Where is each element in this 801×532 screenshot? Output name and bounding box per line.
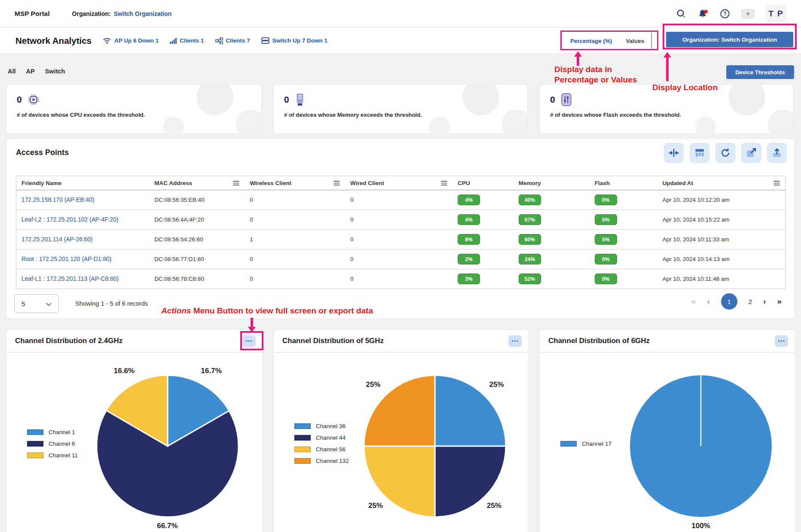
refresh-button[interactable]: [715, 143, 735, 163]
column-label: Wired Client: [350, 180, 384, 186]
device-thresholds-button[interactable]: Device Thresholds: [726, 65, 794, 79]
toggle-values-option[interactable]: Values: [619, 33, 652, 49]
pie-percent-label: 16.6%: [114, 367, 135, 375]
search-icon[interactable]: [676, 9, 686, 19]
page-1-current[interactable]: 1: [721, 293, 737, 310]
threshold-description: # of devices whose Memory exceeds the th…: [284, 112, 517, 118]
column-header-cpu[interactable]: CPU: [452, 176, 514, 190]
column-label: Updated At: [663, 180, 694, 186]
annotation-arrow-actions: [248, 318, 256, 332]
cell-memory: 67%: [514, 210, 590, 230]
first-page-icon[interactable]: «: [691, 297, 696, 306]
help-icon[interactable]: ?: [720, 9, 730, 19]
cell-wireless: 0: [245, 269, 345, 289]
cell-cpu: 8%: [452, 230, 514, 249]
cell-flash: 5%: [590, 230, 657, 249]
column-header-friendly-name[interactable]: Friendly Name: [16, 176, 150, 190]
columns-button[interactable]: [690, 143, 709, 163]
ellipsis-icon: [246, 340, 252, 342]
filter-lines-icon[interactable]: [233, 181, 239, 185]
memory-usage-badge: 40%: [519, 195, 541, 205]
cell-mac: DC:08:56:54:26:60: [149, 230, 245, 249]
cell-wireless: 0: [245, 210, 345, 230]
stat-ap-up-6-down-1: AP Up 6 Down 1: [103, 37, 159, 44]
chevron-down-icon: [46, 300, 52, 307]
annotation-actions-note: Actions Menu Button to view full screen …: [161, 306, 373, 316]
cell-memory: 40%: [514, 190, 590, 210]
actions-menu-button[interactable]: [775, 335, 788, 347]
cell-memory: 24%: [514, 249, 590, 269]
clients-topology-icon: [215, 37, 223, 44]
actions-menu-button[interactable]: [242, 335, 256, 347]
chart-card-3: Channel Distribution of 6GHzChannel 1710…: [539, 329, 795, 532]
display-mode-toggle: Percentage (%) Values: [563, 33, 652, 49]
page-2[interactable]: 2: [749, 298, 752, 305]
last-page-icon[interactable]: »: [777, 297, 782, 306]
device-name-link[interactable]: Root : 172.25.201.120 (AP-D1:80): [21, 256, 111, 262]
channel-distribution-charts: Channel Distribution of 2.4GHzChannel 1C…: [6, 329, 795, 532]
flash-usage-badge: 5%: [595, 234, 617, 245]
cpu-usage-badge: 4%: [458, 195, 480, 205]
flash-usage-badge: 0%: [595, 195, 617, 205]
organization-link[interactable]: Switch Organization: [114, 10, 172, 17]
tab-switch[interactable]: Switch: [45, 68, 65, 75]
cell-cpu: 4%: [452, 210, 514, 230]
column-header-flash[interactable]: Flash: [590, 176, 657, 190]
notification-bell-icon[interactable]: [697, 9, 709, 19]
cpu-icon: [27, 93, 40, 106]
pie-chart: Channel 17100%: [540, 353, 795, 532]
column-header-wireless-client[interactable]: Wireless Client: [245, 176, 345, 190]
cell-updated: Apr 10, 2024 10:11:46 am: [657, 269, 786, 289]
device-name-link[interactable]: Leaf-L1 : 172.25.201.113 (AP-C8:80): [21, 276, 119, 282]
filter-lines-icon[interactable]: [773, 181, 780, 185]
tab-ap[interactable]: AP: [26, 68, 35, 75]
page-size-select[interactable]: 5: [14, 294, 59, 313]
cell-name: 172.25.201.114 (AP-26:60): [16, 230, 150, 249]
chart-title: Channel Distribution of 6GHz: [548, 337, 650, 345]
stat-label: Clients 7: [226, 37, 250, 44]
next-page-icon[interactable]: ›: [763, 297, 766, 306]
cell-flash: 0%: [590, 249, 657, 269]
device-name-link[interactable]: 172.25.201.114 (AP-26:60): [21, 236, 92, 243]
organization-selector-button[interactable]: Organization: Switch Organization: [666, 32, 793, 47]
annotation-location-note: Display Location: [652, 82, 718, 93]
refresh-icon: [720, 147, 731, 158]
column-header-wired-client[interactable]: Wired Client: [345, 176, 452, 190]
stat-clients-1: Clients 1: [170, 37, 204, 44]
topbar-icons: ? T P: [676, 5, 786, 23]
avatar[interactable]: T P: [766, 5, 786, 23]
tab-all[interactable]: All: [8, 68, 16, 75]
column-header-updated-at[interactable]: Updated At: [657, 176, 786, 190]
memory-usage-badge: 60%: [519, 234, 541, 245]
expand-button[interactable]: [741, 143, 761, 163]
pie-percent-label: 25%: [489, 380, 504, 389]
pie-percent-label: 16.7%: [201, 367, 222, 375]
prev-page-icon[interactable]: ‹: [707, 297, 709, 306]
cell-wireless: 0: [245, 190, 345, 210]
column-header-memory[interactable]: Memory: [514, 176, 590, 190]
filter-lines-icon[interactable]: [333, 181, 340, 185]
filter-lines-icon[interactable]: [441, 181, 447, 185]
columns-icon: [694, 147, 705, 158]
app-brand: MSP Portal: [15, 10, 50, 18]
device-name-link[interactable]: 172.25.158.170 (AP-EB:40): [21, 197, 95, 203]
device-name-link[interactable]: Leaf-L2 : 172.25.201.102 (AP-4F:20): [21, 216, 119, 223]
cell-flash: 0%: [590, 269, 657, 289]
summary-card-cpu: 0# of devices whose CPU exceeds the thre…: [6, 84, 262, 134]
memory-icon: [294, 93, 306, 106]
scope-tabs: AllAPSwitch: [8, 68, 65, 75]
column-header-mac-address[interactable]: MAC Address: [149, 176, 245, 190]
video-tutorial-icon[interactable]: [741, 9, 755, 18]
pie-chart: Channel 1Channel 6Channel 1116.7%66.7%16…: [6, 353, 263, 532]
toggle-percentage-option[interactable]: Percentage (%): [563, 33, 619, 49]
fit-columns-button[interactable]: [664, 143, 684, 163]
memory-usage-badge: 24%: [519, 254, 541, 264]
export-button[interactable]: [767, 143, 787, 163]
table-row: 172.25.158.170 (AP-EB:40)DC:08:56:35:EB:…: [16, 190, 786, 210]
cell-flash: 5%: [590, 210, 657, 230]
cell-name: Leaf-L1 : 172.25.201.113 (AP-C8:80): [16, 269, 150, 289]
cell-cpu: 2%: [452, 249, 514, 269]
cell-updated: Apr 10, 2024 10:14:13 am: [657, 249, 786, 269]
actions-menu-button[interactable]: [508, 335, 522, 347]
cell-mac: DC:08:56:4A:4F:20: [149, 210, 245, 230]
